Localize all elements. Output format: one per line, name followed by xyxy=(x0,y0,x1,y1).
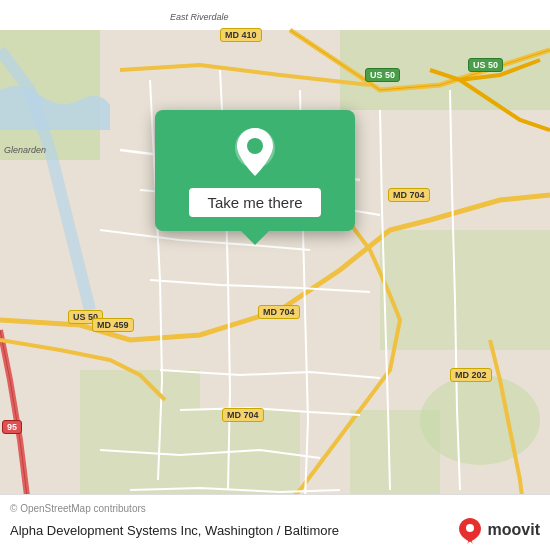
moovit-icon xyxy=(456,516,484,544)
road-label-us50a: US 50 xyxy=(365,68,400,82)
road-label-us50c: US 50 xyxy=(468,58,503,72)
bottom-bar: © OpenStreetMap contributors Alpha Devel… xyxy=(0,494,550,550)
svg-point-10 xyxy=(466,524,474,532)
copyright-label: © OpenStreetMap contributors xyxy=(10,503,146,514)
map-container: East Riverdale Glenarden US 50 US 50 MD … xyxy=(0,0,550,550)
moovit-brand-text: moovit xyxy=(488,521,540,539)
popup-card: Take me there xyxy=(155,110,355,231)
take-me-there-button[interactable]: Take me there xyxy=(189,188,320,217)
road-label-md704a: MD 704 xyxy=(388,188,430,202)
copyright-text: © OpenStreetMap contributors xyxy=(10,503,540,514)
road-label-md202: MD 202 xyxy=(450,368,492,382)
city-label-glenarden: Glenarden xyxy=(4,145,46,155)
bottom-content: Alpha Development Systems Inc, Washingto… xyxy=(10,516,540,544)
road-label-md704c: MD 704 xyxy=(222,408,264,422)
svg-point-9 xyxy=(247,138,263,154)
map-background xyxy=(0,0,550,550)
city-label-riverdale: East Riverdale xyxy=(170,12,229,22)
road-label-i95: 95 xyxy=(2,420,22,434)
moovit-logo: moovit xyxy=(456,516,540,544)
road-label-md459: MD 459 xyxy=(92,318,134,332)
location-pin-icon xyxy=(229,126,281,178)
road-label-md704b: MD 704 xyxy=(258,305,300,319)
svg-rect-3 xyxy=(380,230,550,350)
road-label-md410: MD 410 xyxy=(220,28,262,42)
location-name: Alpha Development Systems Inc, Washingto… xyxy=(10,523,456,538)
